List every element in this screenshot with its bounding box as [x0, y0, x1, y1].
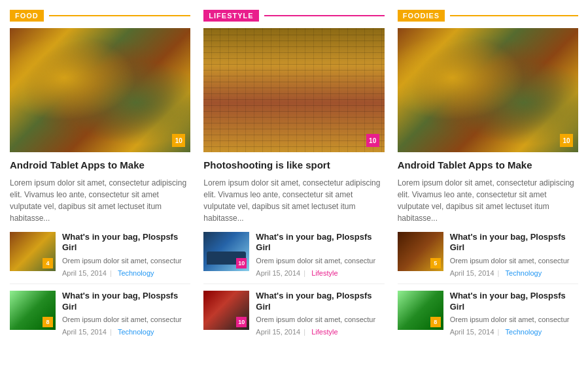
category-line — [49, 15, 191, 16]
small-article-title[interactable]: What's in your bag, Plospsfs Girl — [256, 291, 384, 313]
meta-pipe: | — [302, 269, 307, 277]
article-category-tag[interactable]: Technology — [118, 269, 154, 277]
small-article: 10What's in your bag, Plospsfs GirlOrem … — [203, 232, 384, 277]
small-articles-list: 5What's in your bag, Plospsfs GirlOrem i… — [398, 232, 578, 336]
small-thumb: 4 — [10, 232, 56, 271]
small-article-title[interactable]: What's in your bag, Plospsfs Girl — [450, 232, 578, 254]
small-article-meta: April 15, 2014 | Technology — [450, 328, 578, 336]
small-thumb: 10 — [203, 232, 249, 271]
small-article-title[interactable]: What's in your bag, Plospsfs Girl — [450, 291, 578, 313]
small-badge: 5 — [430, 258, 441, 268]
category-label: FOOD — [10, 10, 44, 22]
article-category-tag[interactable]: Lifestyle — [311, 328, 337, 336]
meta-pipe: | — [302, 328, 307, 336]
small-article-meta: April 15, 2014 | Technology — [62, 269, 190, 277]
article-category-tag[interactable]: Lifestyle — [311, 269, 337, 277]
small-articles-list: 10What's in your bag, Plospsfs GirlOrem … — [203, 232, 384, 336]
article-category-tag[interactable]: Technology — [118, 328, 154, 336]
meta-pipe: | — [496, 269, 502, 277]
small-article: 8What's in your bag, Plospsfs GirlOrem i… — [10, 284, 190, 336]
category-header: LIFESTYLE — [203, 10, 384, 22]
small-badge: 10 — [236, 258, 247, 268]
small-article-meta: April 15, 2014 | Lifestyle — [256, 269, 384, 277]
small-article-title[interactable]: What's in your bag, Plospsfs Girl — [62, 232, 190, 254]
article-category-tag[interactable]: Technology — [506, 328, 542, 336]
category-header: FOOD — [10, 10, 190, 22]
small-article-content: What's in your bag, Plospsfs GirlOrem ip… — [450, 291, 578, 336]
main-image — [203, 28, 384, 152]
column-food: FOOD10Android Tablet Apps to MakeLorem i… — [10, 10, 190, 336]
small-article: 8What's in your bag, Plospsfs GirlOrem i… — [398, 284, 578, 336]
main-image-wrapper: 10 — [398, 28, 578, 152]
article-date: April 15, 2014 — [256, 328, 300, 336]
category-line — [450, 15, 578, 16]
image-badge: 10 — [560, 134, 573, 147]
small-article-content: What's in your bag, Plospsfs GirlOrem ip… — [256, 232, 384, 277]
small-article-excerpt: Orem ipsum dolor sit amet, consectur — [450, 315, 578, 325]
main-image-wrapper: 10 — [203, 28, 384, 152]
main-article-title[interactable]: Android Tablet Apps to Make — [10, 159, 190, 172]
small-article-excerpt: Orem ipsum dolor sit amet, consectur — [256, 256, 384, 266]
main-article-excerpt: Lorem ipsum dolor sit amet, consectetur … — [203, 177, 384, 224]
small-badge: 8 — [43, 317, 53, 327]
article-date: April 15, 2014 — [256, 269, 300, 277]
small-article-excerpt: Orem ipsum dolor sit amet, consectur — [256, 315, 384, 325]
main-image — [10, 28, 190, 152]
small-article-excerpt: Orem ipsum dolor sit amet, consectur — [450, 256, 578, 266]
small-article-excerpt: Orem ipsum dolor sit amet, consectur — [62, 256, 190, 266]
small-thumb: 8 — [10, 291, 56, 330]
category-header: FOODIES — [398, 10, 578, 22]
column-lifestyle: LIFESTYLE10Photoshooting is like sportLo… — [203, 10, 384, 336]
article-date: April 15, 2014 — [62, 269, 107, 277]
small-article-title[interactable]: What's in your bag, Plospsfs Girl — [62, 291, 190, 313]
small-thumb: 10 — [203, 291, 249, 330]
small-articles-list: 4What's in your bag, Plospsfs GirlOrem i… — [10, 232, 190, 336]
small-article-content: What's in your bag, Plospsfs GirlOrem ip… — [450, 232, 578, 277]
meta-pipe: | — [108, 269, 114, 277]
article-date: April 15, 2014 — [62, 328, 107, 336]
small-thumb: 5 — [398, 232, 443, 271]
main-article-title[interactable]: Photoshooting is like sport — [203, 159, 384, 172]
small-article-content: What's in your bag, Plospsfs GirlOrem ip… — [62, 291, 190, 336]
category-label: FOODIES — [398, 10, 445, 22]
small-badge: 10 — [236, 317, 247, 327]
small-article-meta: April 15, 2014 | Lifestyle — [256, 328, 384, 336]
small-article-content: What's in your bag, Plospsfs GirlOrem ip… — [62, 232, 190, 277]
small-article: 10What's in your bag, Plospsfs GirlOrem … — [203, 284, 384, 336]
small-article-meta: April 15, 2014 | Technology — [450, 269, 578, 277]
meta-pipe: | — [496, 328, 502, 336]
article-category-tag[interactable]: Technology — [506, 269, 542, 277]
main-article-excerpt: Lorem ipsum dolor sit amet, consectetur … — [398, 177, 578, 224]
small-article: 4What's in your bag, Plospsfs GirlOrem i… — [10, 232, 190, 277]
small-article-excerpt: Orem ipsum dolor sit amet, consectur — [62, 315, 190, 325]
small-badge: 4 — [43, 258, 53, 268]
category-label: LIFESTYLE — [203, 10, 258, 22]
article-date: April 15, 2014 — [450, 269, 494, 277]
small-article-meta: April 15, 2014 | Technology — [62, 328, 190, 336]
small-article-content: What's in your bag, Plospsfs GirlOrem ip… — [256, 291, 384, 336]
column-foodies: FOODIES10Android Tablet Apps to MakeLore… — [398, 10, 578, 336]
main-wrapper: FOOD10Android Tablet Apps to MakeLorem i… — [10, 10, 578, 336]
main-image-wrapper: 10 — [10, 28, 190, 152]
image-badge: 10 — [366, 134, 379, 147]
main-article-excerpt: Lorem ipsum dolor sit amet, consectetur … — [10, 177, 190, 224]
small-thumb: 8 — [398, 291, 443, 330]
category-line — [264, 15, 385, 16]
small-article-title[interactable]: What's in your bag, Plospsfs Girl — [256, 232, 384, 254]
main-article-title[interactable]: Android Tablet Apps to Make — [398, 159, 578, 172]
image-badge: 10 — [172, 134, 185, 147]
small-article: 5What's in your bag, Plospsfs GirlOrem i… — [398, 232, 578, 277]
article-date: April 15, 2014 — [450, 328, 494, 336]
main-image — [398, 28, 578, 152]
meta-pipe: | — [108, 328, 114, 336]
small-badge: 8 — [430, 317, 441, 327]
